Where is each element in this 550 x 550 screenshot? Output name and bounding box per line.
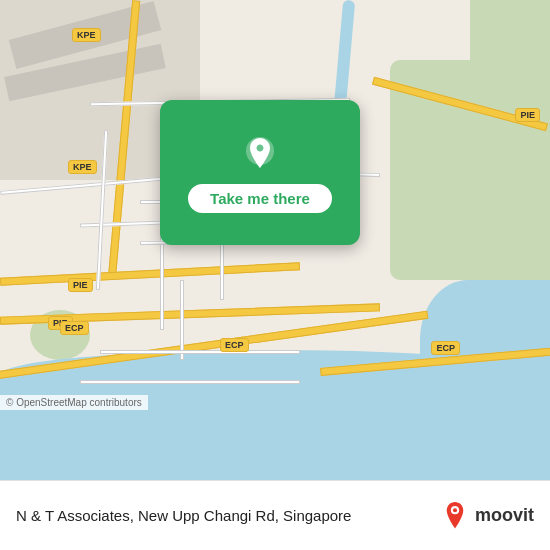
sea-right [420,280,550,480]
kpe-label-mid: KPE [68,160,97,174]
ecp-label-right: ECP [431,341,460,355]
ecp-label-mid: ECP [220,338,249,352]
pie-label-left: PIE [68,278,93,292]
svg-point-2 [453,508,457,512]
moovit-logo: moovit [441,502,534,530]
location-name: N & T Associates, New Upp Changi Rd, Sin… [16,507,351,524]
road-local-11 [100,350,300,354]
location-info: N & T Associates, New Upp Changi Rd, Sin… [16,507,351,524]
moovit-brand-text: moovit [475,505,534,526]
destination-card[interactable]: Take me there [160,100,360,245]
road-local-12 [80,380,300,384]
bottom-bar: N & T Associates, New Upp Changi Rd, Sin… [0,480,550,550]
moovit-pin-icon [441,502,469,530]
ecp-label-left: ECP [60,321,89,335]
take-me-there-button[interactable]: Take me there [188,184,332,213]
pie-label-right: PIE [515,108,540,122]
map-container[interactable]: KPE KPE PIE PIE PIE ECP ECP ECP Take me … [0,0,550,480]
kpe-label-top: KPE [72,28,101,42]
copyright-bar: © OpenStreetMap contributors [0,395,148,410]
road-local-8 [180,280,184,360]
park-top-right [470,0,550,100]
map-pin-icon [238,132,282,176]
